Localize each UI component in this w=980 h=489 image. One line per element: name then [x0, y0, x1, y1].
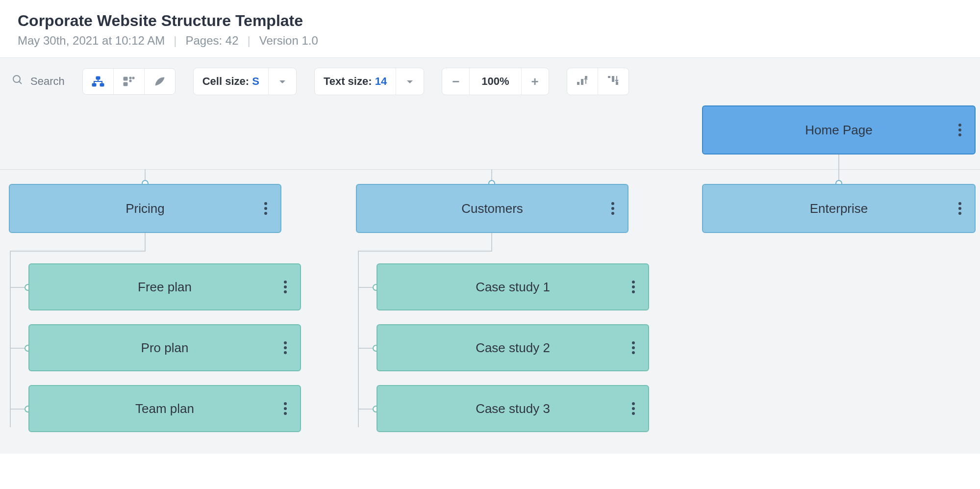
node-label: Case study 3 — [377, 401, 648, 416]
svg-point-27 — [284, 351, 287, 354]
node-label: Pricing — [10, 201, 280, 216]
svg-point-20 — [264, 207, 267, 210]
svg-point-21 — [264, 212, 267, 215]
svg-point-39 — [632, 351, 635, 354]
svg-rect-8 — [129, 80, 131, 82]
view-grid-button[interactable] — [114, 69, 145, 94]
connector — [358, 251, 359, 427]
connector — [10, 251, 11, 427]
svg-point-40 — [632, 402, 635, 405]
node-label: Free plan — [29, 280, 300, 295]
svg-point-37 — [632, 341, 635, 344]
node-label: Case study 2 — [377, 340, 648, 356]
svg-rect-10 — [577, 82, 579, 85]
node-more-button[interactable] — [628, 277, 639, 297]
zoom-out-button[interactable]: − — [442, 69, 469, 94]
svg-point-30 — [284, 412, 287, 415]
svg-rect-15 — [616, 82, 618, 85]
svg-point-16 — [958, 124, 961, 127]
svg-point-29 — [284, 407, 287, 410]
svg-point-28 — [284, 402, 287, 405]
node-home-page[interactable]: Home Page — [702, 105, 976, 154]
svg-point-43 — [958, 202, 961, 205]
search-label: Search — [30, 75, 65, 88]
node-free-plan[interactable]: Free plan — [28, 263, 301, 310]
connector — [491, 233, 492, 251]
connector — [838, 154, 839, 184]
node-more-button[interactable] — [279, 277, 291, 297]
svg-point-26 — [284, 346, 287, 349]
node-pro-plan[interactable]: Pro plan — [28, 324, 301, 371]
svg-point-41 — [632, 407, 635, 410]
node-more-button[interactable] — [954, 120, 966, 140]
toolbar: Search Cell size: S Text size: — [12, 68, 968, 95]
view-feather-button[interactable] — [145, 69, 175, 94]
svg-line-1 — [19, 81, 22, 84]
search-icon — [12, 74, 24, 89]
svg-rect-3 — [92, 83, 96, 86]
node-case-study-2[interactable]: Case study 2 — [377, 324, 649, 371]
svg-rect-9 — [124, 82, 127, 86]
node-case-study-1[interactable]: Case study 1 — [377, 263, 649, 310]
sort-ascending-button[interactable] — [567, 68, 598, 95]
meta-version: Version 1.0 — [259, 34, 318, 48]
svg-rect-7 — [132, 77, 134, 79]
sort-descending-button[interactable] — [598, 68, 628, 95]
node-more-button[interactable] — [954, 199, 966, 218]
svg-point-19 — [264, 202, 267, 205]
svg-point-45 — [958, 212, 961, 215]
chevron-down-icon — [396, 68, 424, 95]
node-more-button[interactable] — [279, 399, 291, 418]
zoom-value: 100% — [469, 68, 521, 95]
meta-pages: Pages: 42 — [185, 34, 238, 48]
svg-point-32 — [611, 207, 614, 210]
node-more-button[interactable] — [628, 399, 639, 418]
svg-rect-5 — [124, 77, 127, 80]
svg-point-18 — [958, 133, 961, 136]
connector — [145, 233, 146, 251]
svg-point-44 — [958, 207, 961, 210]
cell-size-label-wrap: Cell size: S — [194, 68, 268, 95]
node-label: Customers — [357, 201, 628, 216]
node-label: Pro plan — [29, 340, 300, 356]
sitemap-canvas[interactable]: Home Page Pricing Free plan Pro plan Tea… — [0, 105, 980, 454]
horizontal-divider — [0, 169, 980, 170]
node-customers[interactable]: Customers — [356, 184, 628, 233]
svg-point-34 — [632, 281, 635, 283]
cell-size-label: Cell size: — [202, 75, 249, 87]
svg-point-23 — [284, 285, 287, 288]
sort-group — [567, 68, 629, 95]
page-title: Corporate Website Structure Template — [18, 12, 962, 30]
connector — [358, 251, 492, 252]
svg-point-33 — [611, 212, 614, 215]
node-more-button[interactable] — [607, 199, 619, 218]
zoom-in-button[interactable]: + — [522, 69, 549, 94]
node-case-study-3[interactable]: Case study 3 — [377, 385, 649, 432]
svg-point-35 — [632, 285, 635, 288]
node-more-button[interactable] — [628, 338, 639, 358]
svg-rect-6 — [129, 77, 131, 79]
page-header: Corporate Website Structure Template May… — [0, 0, 980, 57]
zoom-control: − 100% + — [442, 68, 549, 95]
svg-point-42 — [632, 412, 635, 415]
node-enterprise[interactable]: Enterprise — [702, 184, 976, 233]
svg-point-17 — [958, 129, 961, 131]
node-more-button[interactable] — [260, 199, 272, 218]
node-team-plan[interactable]: Team plan — [28, 385, 301, 432]
meta-pages-value: 42 — [226, 34, 239, 47]
node-more-button[interactable] — [279, 338, 291, 358]
text-size-select[interactable]: Text size: 14 — [314, 68, 424, 95]
meta-separator: | — [248, 34, 251, 48]
svg-point-22 — [284, 281, 287, 283]
cell-size-select[interactable]: Cell size: S — [193, 68, 297, 95]
page-meta: May 30th, 2021 at 10:12 AM | Pages: 42 |… — [18, 34, 962, 48]
svg-rect-4 — [100, 83, 104, 86]
node-pricing[interactable]: Pricing — [9, 184, 281, 233]
svg-rect-13 — [608, 76, 610, 78]
cell-size-value: S — [252, 75, 259, 87]
search-button[interactable]: Search — [12, 74, 65, 89]
chevron-down-icon — [268, 68, 296, 95]
svg-point-24 — [284, 290, 287, 293]
node-label: Enterprise — [703, 201, 975, 216]
view-tree-button[interactable] — [83, 69, 114, 94]
